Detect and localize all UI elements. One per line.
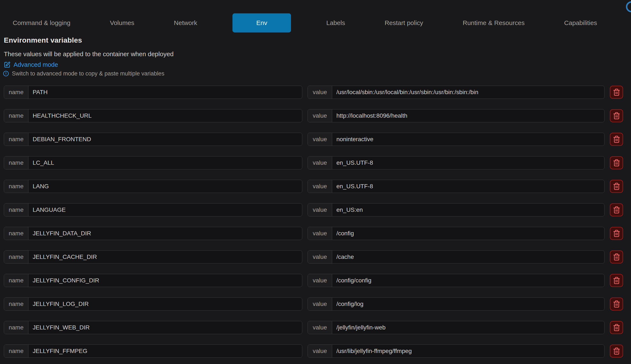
config-tabbar: Command & logging Volumes Network Env La… [0,13,631,32]
tab-volumes[interactable]: Volumes [106,13,139,32]
tab-network[interactable]: Network [170,13,202,32]
delete-env-var-button[interactable] [610,344,623,358]
tab-label: Env [256,13,267,32]
tab-env[interactable]: Env [232,13,291,32]
trash-icon [613,88,620,96]
env-name-group: name [4,109,302,122]
env-value-group: value [308,180,604,193]
env-name-input[interactable] [29,227,302,240]
name-addon-label: name [4,321,29,334]
tab-label: Command & logging [13,13,71,32]
env-value-input[interactable] [332,345,604,358]
env-value-input[interactable] [332,227,604,240]
value-addon-label: value [308,204,332,216]
env-value-group: value [308,133,604,146]
value-addon-label: value [308,156,332,169]
delete-env-var-button[interactable] [610,156,623,170]
name-addon-label: name [4,250,29,263]
env-value-input[interactable] [332,298,604,310]
env-value-group: value [308,344,604,358]
tab-runtime-resources[interactable]: Runtime & Resources [459,13,529,32]
delete-env-var-button[interactable] [610,180,623,193]
delete-env-var-button[interactable] [610,227,623,240]
corner-arc-decoration [626,1,631,12]
value-addon-label: value [308,227,332,240]
trash-icon [613,112,620,120]
env-value-input[interactable] [332,133,604,146]
page-title: Environment variables [4,36,623,44]
tab-label: Labels [326,13,345,32]
env-var-row: name value [4,321,623,334]
env-name-group: name [4,133,302,146]
env-var-list: name value name value [4,86,623,358]
delete-env-var-button[interactable] [610,298,623,310]
env-var-row: name value [4,203,623,216]
tab-restart-policy[interactable]: Restart policy [380,13,427,32]
trash-icon [613,230,620,237]
trash-icon [613,324,620,331]
delete-env-var-button[interactable] [610,86,623,99]
name-addon-label: name [4,86,29,98]
env-name-input[interactable] [29,86,302,98]
env-value-input[interactable] [332,250,604,263]
tab-label: Runtime & Resources [463,13,525,32]
env-name-input[interactable] [29,250,302,263]
env-name-group: name [4,321,302,334]
tab-labels[interactable]: Labels [322,13,349,32]
env-value-input[interactable] [332,180,604,193]
advanced-mode-link[interactable]: Advanced mode [4,61,58,68]
advanced-mode-hint: Switch to advanced mode to copy & paste … [3,70,623,77]
env-var-row: name value [4,274,623,287]
env-name-input[interactable] [29,298,302,310]
name-addon-label: name [4,180,29,193]
trash-icon [613,182,620,190]
env-name-group: name [4,86,302,99]
delete-env-var-button[interactable] [610,250,623,264]
env-value-input[interactable] [332,156,604,169]
value-addon-label: value [308,250,332,263]
env-name-input[interactable] [29,345,302,358]
env-name-group: name [4,344,302,358]
env-value-input[interactable] [332,86,604,98]
trash-icon [613,300,620,308]
value-addon-label: value [308,133,332,146]
env-name-input[interactable] [29,321,302,334]
circle-alert-icon [3,70,9,76]
env-name-input[interactable] [29,133,302,146]
env-value-input[interactable] [332,110,604,122]
env-name-input[interactable] [29,110,302,122]
env-name-input[interactable] [29,204,302,216]
env-name-group: name [4,227,302,240]
delete-env-var-button[interactable] [610,133,623,146]
tab-capabilities[interactable]: Capabilities [560,13,601,32]
value-addon-label: value [308,86,332,98]
delete-env-var-button[interactable] [610,274,623,287]
env-value-group: value [308,156,604,170]
env-name-group: name [4,203,302,216]
name-addon-label: name [4,133,29,146]
env-name-input[interactable] [29,156,302,169]
env-name-input[interactable] [29,180,302,193]
value-addon-label: value [308,110,332,122]
delete-env-var-button[interactable] [610,203,623,216]
name-addon-label: name [4,227,29,240]
env-value-input[interactable] [332,274,604,287]
value-addon-label: value [308,274,332,287]
delete-env-var-button[interactable] [610,109,623,122]
env-value-group: value [308,274,604,287]
env-name-group: name [4,298,302,310]
env-value-input[interactable] [332,204,604,216]
env-var-row: name value [4,298,623,310]
tab-label: Network [174,13,197,32]
name-addon-label: name [4,110,29,122]
delete-env-var-button[interactable] [610,321,623,334]
env-value-group: value [308,109,604,122]
tab-label: Restart policy [385,13,423,32]
env-name-input[interactable] [29,274,302,287]
value-addon-label: value [308,180,332,193]
trash-icon [613,253,620,261]
env-value-group: value [308,86,604,99]
env-value-input[interactable] [332,321,604,334]
tab-command-logging[interactable]: Command & logging [9,13,75,32]
trash-icon [613,347,620,355]
